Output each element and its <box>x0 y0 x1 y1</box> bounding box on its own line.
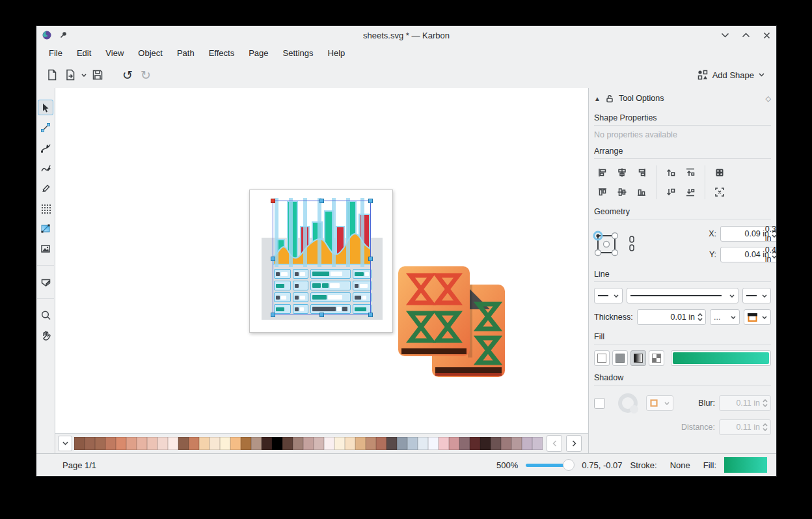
palette-swatch[interactable] <box>262 437 272 450</box>
palette-swatch[interactable] <box>314 437 324 450</box>
menu-path[interactable]: Path <box>171 46 200 60</box>
selection-handle[interactable] <box>271 257 275 261</box>
selection-rectangle[interactable] <box>273 201 371 315</box>
palette-swatch[interactable] <box>199 437 210 450</box>
menu-settings[interactable]: Settings <box>277 46 319 60</box>
ungroup-shapes-button[interactable] <box>711 184 728 200</box>
palette-scroll-left-button[interactable] <box>547 435 562 452</box>
palette-swatch[interactable] <box>501 437 511 450</box>
palette-swatch[interactable] <box>147 437 157 450</box>
new-document-button[interactable] <box>43 66 61 84</box>
undo-button[interactable]: ↺ <box>118 66 137 84</box>
pin-icon[interactable] <box>59 31 68 40</box>
palette-swatch[interactable] <box>366 437 376 450</box>
open-document-button[interactable] <box>61 66 79 84</box>
maximize-button[interactable] <box>741 31 750 40</box>
palette-swatch[interactable] <box>157 437 168 450</box>
align-left-button[interactable] <box>594 165 611 180</box>
palette-swatch[interactable] <box>293 437 303 450</box>
pencil-tool-button[interactable] <box>38 180 53 196</box>
align-right-button[interactable] <box>633 165 650 180</box>
line-style-select[interactable] <box>627 288 738 303</box>
palette-swatch[interactable] <box>137 437 147 450</box>
palette-swatch[interactable] <box>105 437 116 450</box>
fill-color-swatch[interactable] <box>724 457 767 473</box>
fill-none-button[interactable] <box>594 350 610 366</box>
zoom-tool-button[interactable] <box>38 307 53 323</box>
align-center-horizontal-button[interactable] <box>614 165 630 180</box>
anchor-selector[interactable] <box>593 231 623 258</box>
palette-swatch[interactable] <box>272 437 282 450</box>
palette-swatch[interactable] <box>459 437 470 450</box>
shape-edit-tool-button[interactable] <box>38 274 53 290</box>
shadow-angle-dial[interactable] <box>618 393 638 413</box>
add-shape-button[interactable]: Add Shape <box>692 66 770 83</box>
shadow-enable-checkbox[interactable] <box>594 398 605 409</box>
line-cap-select[interactable] <box>744 309 771 325</box>
palette-swatch[interactable] <box>116 437 126 450</box>
palette-swatch[interactable] <box>532 437 543 450</box>
line-join-select[interactable]: ... <box>710 309 740 325</box>
grid-tool-button[interactable] <box>38 201 53 216</box>
selection-handle[interactable] <box>368 313 373 317</box>
menu-page[interactable]: Page <box>243 46 274 60</box>
palette-swatch[interactable] <box>241 437 251 450</box>
palette-swatch[interactable] <box>189 437 199 450</box>
palette-swatch[interactable] <box>470 437 480 450</box>
redo-button[interactable]: ↻ <box>137 66 155 84</box>
selection-handle[interactable] <box>368 257 373 261</box>
palette-swatch[interactable] <box>439 437 449 450</box>
align-center-vertical-button[interactable] <box>614 184 630 200</box>
selection-handle[interactable] <box>319 313 324 317</box>
group-shapes-button[interactable] <box>711 165 728 180</box>
bezier-tool-button[interactable] <box>38 140 53 156</box>
line-start-marker-select[interactable] <box>594 288 623 303</box>
gradient-tool-button[interactable] <box>38 221 53 236</box>
palette-swatch[interactable] <box>376 437 386 450</box>
palette-swatch[interactable] <box>418 437 428 450</box>
save-button[interactable] <box>88 66 107 84</box>
palette-swatch[interactable] <box>230 437 241 450</box>
palette-swatch[interactable] <box>397 437 407 450</box>
dock-lock-icon[interactable] <box>606 94 614 103</box>
palette-swatch[interactable] <box>85 437 95 450</box>
palette-swatch[interactable] <box>334 437 345 450</box>
palette-swatch[interactable] <box>74 437 85 450</box>
calligraphy-tool-button[interactable] <box>38 160 53 176</box>
sheets-icon-object[interactable] <box>398 265 508 380</box>
node-edit-tool-button[interactable] <box>38 120 53 135</box>
shadow-blur-spinbox[interactable]: 0.11 in <box>719 395 771 411</box>
canvas[interactable] <box>55 88 588 433</box>
palette-swatch[interactable] <box>428 437 439 450</box>
align-bottom-button[interactable] <box>633 184 650 200</box>
thickness-spinbox[interactable]: 0.01 in <box>637 309 706 325</box>
fill-gradient-button[interactable] <box>630 350 646 366</box>
raise-shape-button[interactable] <box>662 165 679 180</box>
palette-swatch[interactable] <box>522 437 532 450</box>
menu-view[interactable]: View <box>100 46 129 60</box>
selection-handle[interactable] <box>368 199 373 203</box>
palette-swatch[interactable] <box>126 437 137 450</box>
palette-swatch[interactable] <box>511 437 522 450</box>
palette-swatch[interactable] <box>303 437 314 450</box>
minimize-button[interactable] <box>720 31 729 40</box>
menu-file[interactable]: File <box>43 46 68 60</box>
bring-to-front-button[interactable] <box>682 165 699 180</box>
open-dropdown-chevron[interactable] <box>79 66 88 84</box>
palette-swatch[interactable] <box>480 437 491 450</box>
fill-gradient-preview[interactable] <box>671 350 771 366</box>
zoom-slider[interactable] <box>526 464 569 467</box>
menu-object[interactable]: Object <box>132 46 169 60</box>
menu-help[interactable]: Help <box>322 46 351 60</box>
select-tool-button[interactable] <box>38 100 53 115</box>
menu-effects[interactable]: Effects <box>203 46 241 60</box>
pan-tool-button[interactable] <box>38 328 53 343</box>
palette-swatch[interactable] <box>282 437 293 450</box>
zoom-slider-knob[interactable] <box>563 459 575 471</box>
palette-scroll-right-button[interactable] <box>566 435 582 452</box>
menu-edit[interactable]: Edit <box>71 46 97 60</box>
lower-shape-button[interactable] <box>662 184 679 200</box>
palette-swatch[interactable] <box>251 437 262 450</box>
palette-swatch[interactable] <box>220 437 230 450</box>
palette-swatch[interactable] <box>168 437 178 450</box>
